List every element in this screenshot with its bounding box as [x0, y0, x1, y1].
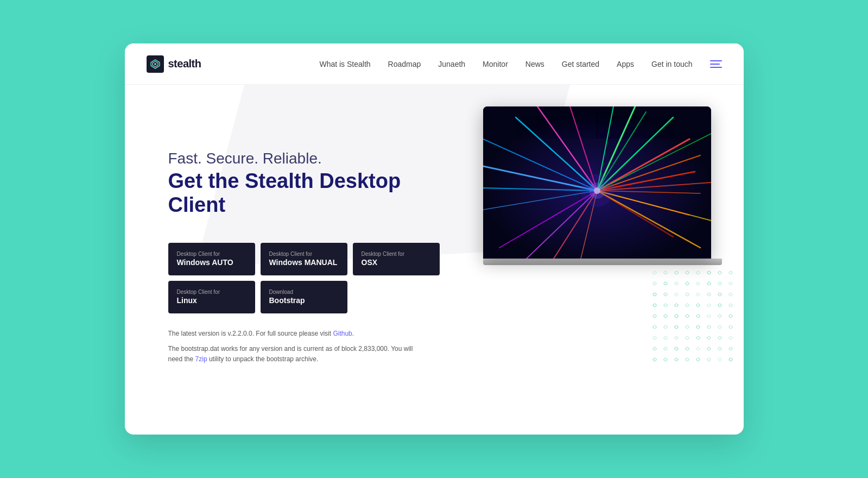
- nav-links: What is Stealth Roadmap Junaeth Monitor …: [319, 59, 692, 69]
- svg-marker-56: [653, 304, 656, 307]
- nav-item-get-started[interactable]: Get started: [562, 59, 599, 69]
- svg-marker-41: [664, 282, 667, 285]
- svg-marker-90: [675, 347, 678, 350]
- svg-marker-40: [653, 282, 656, 285]
- download-bootstrap-button[interactable]: Download Bootstrap: [261, 281, 347, 313]
- svg-marker-88: [653, 347, 656, 350]
- svg-marker-61: [707, 304, 711, 307]
- download-windows-manual-button[interactable]: Desktop Client for Windows MANUAL: [261, 243, 347, 275]
- svg-marker-64: [653, 315, 656, 318]
- nav-link-roadmap[interactable]: Roadmap: [388, 60, 421, 68]
- dots-pattern: [652, 271, 738, 367]
- svg-marker-63: [729, 304, 732, 307]
- hamburger-menu-icon[interactable]: [710, 60, 722, 68]
- nav-link-junaeth[interactable]: Junaeth: [438, 60, 465, 68]
- svg-marker-32: [653, 271, 656, 274]
- svg-marker-98: [675, 358, 678, 361]
- 7zip-link[interactable]: 7zip: [195, 355, 207, 363]
- nav-link-get-in-touch[interactable]: Get in touch: [651, 60, 693, 68]
- starburst-graphic: [483, 106, 711, 259]
- logo-icon: [147, 55, 164, 73]
- osx-label-main: OSX: [362, 258, 378, 267]
- github-link[interactable]: Github: [333, 330, 352, 337]
- linux-label-top: Desktop Client for: [177, 289, 220, 295]
- nav-link-monitor[interactable]: Monitor: [483, 60, 508, 68]
- navbar: stealth What is Stealth Roadmap Junaeth …: [125, 43, 744, 85]
- svg-marker-55: [729, 293, 732, 296]
- download-linux-button[interactable]: Desktop Client for Linux: [168, 281, 255, 313]
- svg-marker-72: [653, 325, 656, 329]
- nav-item-apps[interactable]: Apps: [617, 59, 634, 69]
- svg-marker-92: [696, 347, 700, 350]
- svg-marker-48: [653, 293, 656, 296]
- svg-marker-37: [707, 271, 711, 274]
- svg-marker-39: [729, 271, 732, 274]
- logo-link[interactable]: stealth: [147, 55, 201, 73]
- nav-item-get-in-touch[interactable]: Get in touch: [651, 59, 693, 69]
- version-info: The latest version is v.2.2.0.0. For ful…: [168, 329, 418, 339]
- svg-marker-81: [664, 336, 667, 339]
- svg-marker-38: [718, 271, 721, 274]
- laptop-base: [483, 259, 722, 265]
- svg-marker-47: [729, 282, 732, 285]
- svg-marker-96: [653, 358, 656, 361]
- nav-item-junaeth[interactable]: Junaeth: [438, 59, 465, 69]
- svg-marker-93: [707, 347, 711, 350]
- svg-marker-70: [718, 315, 721, 318]
- svg-marker-42: [675, 282, 678, 285]
- svg-marker-86: [718, 336, 721, 339]
- svg-marker-68: [696, 315, 700, 318]
- svg-marker-84: [696, 336, 700, 339]
- nav-item-monitor[interactable]: Monitor: [483, 59, 508, 69]
- svg-marker-50: [675, 293, 678, 296]
- svg-marker-59: [686, 304, 689, 307]
- svg-marker-35: [686, 271, 689, 274]
- svg-marker-76: [696, 325, 700, 329]
- hero-section: Fast. Secure. Reliable. Get the Stealth …: [125, 85, 744, 435]
- win-manual-label-top: Desktop Client for: [269, 251, 312, 257]
- svg-marker-57: [664, 304, 667, 307]
- svg-marker-80: [653, 336, 656, 339]
- svg-marker-101: [707, 358, 711, 361]
- svg-marker-53: [707, 293, 711, 296]
- nav-link-news[interactable]: News: [525, 60, 544, 68]
- svg-marker-51: [686, 293, 689, 296]
- svg-marker-52: [696, 293, 700, 296]
- hero-content: Fast. Secure. Reliable. Get the Stealth …: [168, 117, 440, 364]
- svg-marker-103: [729, 358, 732, 361]
- svg-marker-49: [664, 293, 667, 296]
- svg-marker-66: [675, 315, 678, 318]
- nav-link-apps[interactable]: Apps: [617, 60, 634, 68]
- bootstrap-text-end: utility to unpack the bootstrap archive.: [207, 355, 319, 363]
- nav-link-get-started[interactable]: Get started: [562, 60, 599, 68]
- svg-marker-46: [718, 282, 721, 285]
- nav-item-what-is-stealth[interactable]: What is Stealth: [319, 59, 370, 69]
- download-windows-auto-button[interactable]: Desktop Client for Windows AUTO: [168, 243, 255, 275]
- version-text-end: .: [352, 330, 354, 337]
- svg-marker-83: [686, 336, 689, 339]
- bootstrap-info: The bootstrap.dat works for any version …: [168, 344, 418, 364]
- svg-marker-78: [718, 325, 721, 329]
- win-auto-label-main: Windows AUTO: [177, 258, 233, 267]
- svg-marker-89: [664, 347, 667, 350]
- laptop-container: [483, 106, 744, 280]
- nav-item-news[interactable]: News: [525, 59, 544, 69]
- bootstrap-label-main: Bootstrap: [269, 296, 305, 305]
- nav-item-roadmap[interactable]: Roadmap: [388, 59, 421, 69]
- svg-marker-97: [664, 358, 667, 361]
- browser-frame: stealth What is Stealth Roadmap Junaeth …: [125, 43, 744, 435]
- download-osx-button[interactable]: Desktop Client for OSX: [353, 243, 440, 275]
- svg-marker-85: [707, 336, 711, 339]
- svg-marker-94: [718, 347, 721, 350]
- svg-marker-95: [729, 347, 732, 350]
- hero-title: Get the Stealth Desktop Client: [168, 169, 440, 217]
- osx-label-top: Desktop Client for: [362, 251, 404, 257]
- svg-marker-69: [707, 315, 711, 318]
- svg-point-31: [581, 174, 613, 207]
- svg-marker-33: [664, 271, 667, 274]
- download-buttons-row1: Desktop Client for Windows AUTO Desktop …: [168, 243, 440, 275]
- svg-marker-67: [686, 315, 689, 318]
- nav-link-what-is-stealth[interactable]: What is Stealth: [319, 60, 370, 68]
- svg-marker-44: [696, 282, 700, 285]
- svg-marker-62: [718, 304, 721, 307]
